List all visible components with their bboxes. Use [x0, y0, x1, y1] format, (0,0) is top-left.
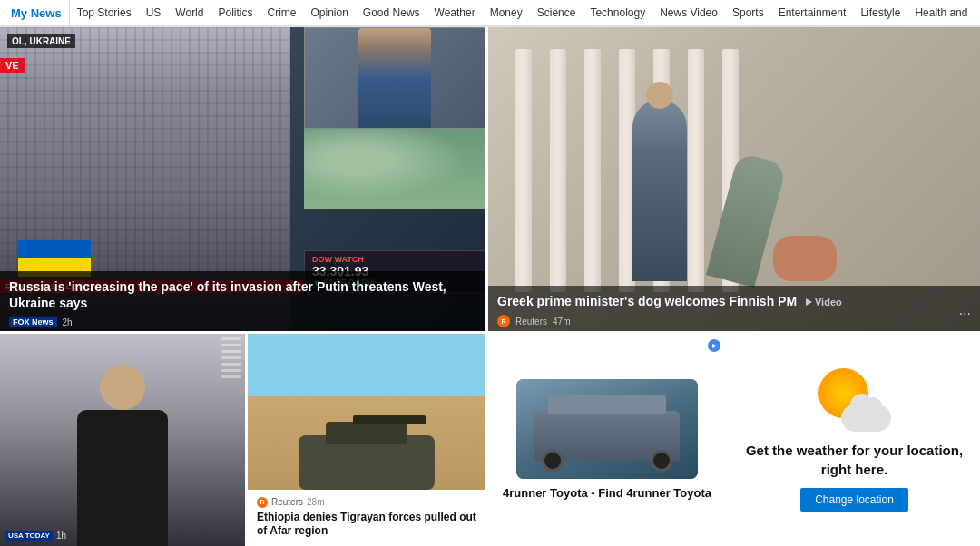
nav-item-lifestyle[interactable]: Lifestyle	[853, 0, 907, 25]
story1-time: 2h	[63, 317, 73, 327]
weather-text: Get the weather for your location, right…	[743, 441, 965, 479]
bar-1	[221, 337, 241, 340]
bar-4	[221, 356, 241, 359]
story1-title: Russia is 'increasing the pace' of its i…	[9, 278, 476, 311]
nav-item-technology[interactable]: Technology	[583, 0, 652, 25]
bar-5	[221, 363, 241, 366]
story-ethiopia[interactable]: R Reuters 28m Ethiopia denies Tigrayan f…	[245, 334, 485, 546]
bar-7	[221, 375, 241, 378]
bottom-row: USA TODAY 1h R Reuters 28m Ethiopia deni…	[0, 331, 980, 546]
story2-caption: Greek prime minister's dog welcomes Finn…	[488, 286, 980, 331]
story2-source: Reuters	[515, 317, 547, 327]
nav-item-sports[interactable]: Sports	[725, 0, 771, 25]
ad-badge: ▸	[708, 339, 720, 352]
map-box	[304, 129, 485, 209]
story1-caption: Russia is 'increasing the pace' of its i…	[0, 271, 485, 331]
bars-background	[218, 334, 245, 546]
bar-2	[221, 344, 241, 346]
nav-item-crime[interactable]: Crime	[260, 0, 303, 25]
tank-shape	[299, 435, 435, 490]
car-wheel-left	[542, 450, 564, 472]
weather-widget: Get the weather for your location, right…	[726, 334, 980, 546]
person-background	[0, 334, 245, 546]
nav-item-science[interactable]: Science	[530, 0, 583, 25]
story2-time: 47m	[553, 317, 570, 327]
person-body	[77, 410, 168, 546]
story-fox-news[interactable]: VE	[0, 27, 485, 331]
anchor-box	[304, 27, 485, 129]
anchor-figure	[358, 28, 431, 128]
play-icon	[806, 298, 812, 306]
nav-item-us[interactable]: US	[139, 0, 169, 25]
overlay-images	[304, 27, 485, 209]
video-badge[interactable]: Video	[806, 296, 842, 308]
car-wheel-right	[651, 450, 672, 472]
dow-label: DOW WATCH	[312, 255, 477, 264]
story2-title: Greek prime minister's dog welcomes Finn…	[497, 293, 971, 309]
nav-item-money[interactable]: Money	[483, 0, 530, 25]
more-button[interactable]: ···	[959, 306, 971, 322]
dog-shape	[773, 236, 837, 281]
foxnews-logo: FOX News	[9, 317, 57, 327]
story4-text: R Reuters 28m Ethiopia denies Tigrayan f…	[248, 490, 485, 546]
navbar: My News Top Stories US World Politics Cr…	[0, 0, 980, 27]
story4-meta: R Reuters 28m	[257, 497, 476, 508]
nav-item-newsvideo[interactable]: News Video	[652, 0, 725, 25]
usatoday-logo: USA TODAY	[5, 531, 53, 541]
nav-item-weather[interactable]: Weather	[427, 0, 483, 25]
story-usa-today[interactable]: USA TODAY 1h	[0, 334, 245, 546]
nav-item-world[interactable]: World	[168, 0, 211, 25]
nav-item-goodnews[interactable]: Good News	[356, 0, 427, 25]
story3-meta: USA TODAY 1h	[5, 531, 66, 541]
story2-title-text: Greek prime minister's dog welcomes Finn…	[497, 294, 797, 308]
story1-meta: FOX News 2h	[9, 317, 476, 327]
flag-blue	[18, 240, 91, 258]
person-1	[632, 100, 687, 281]
story4-title: Ethiopia denies Tigrayan forces pulled o…	[257, 511, 476, 539]
story2-meta: R Reuters 47m	[497, 315, 971, 327]
reuters-dot-logo: R	[257, 497, 268, 508]
live-badge: VE	[0, 58, 24, 73]
advertisement: ▸ 4runner Toyota - Find 4runner Toyota	[485, 334, 726, 546]
people-scene	[488, 45, 980, 281]
person-figure	[68, 365, 177, 546]
nav-item-opinion[interactable]: Opinion	[303, 0, 355, 25]
top-row: VE	[0, 27, 980, 331]
video-label: Video	[815, 296, 842, 308]
nav-item-healthand[interactable]: Health and	[907, 0, 975, 25]
reuters-logo: R	[497, 315, 510, 327]
ukraine-label: OL, UKRAINE	[7, 34, 75, 48]
map-inner	[304, 129, 485, 209]
bar-6	[221, 369, 241, 372]
bar-3	[221, 350, 241, 353]
weather-icon	[818, 368, 891, 432]
story4-source: Reuters	[271, 497, 303, 507]
nav-item-politics[interactable]: Politics	[211, 0, 260, 25]
nav-brand[interactable]: My News	[4, 0, 70, 25]
person-head	[100, 365, 145, 410]
ad-title[interactable]: 4runner Toyota - Find 4runner Toyota	[503, 486, 711, 500]
car-image	[516, 379, 698, 479]
cloud-icon	[841, 405, 891, 432]
main-content: VE	[0, 27, 980, 546]
story-reuters-greek[interactable]: Greek prime minister's dog welcomes Finn…	[485, 27, 980, 331]
weather-location-button[interactable]: Change location	[800, 488, 908, 512]
nav-item-topstories[interactable]: Top Stories	[70, 0, 139, 25]
story3-time: 1h	[56, 531, 66, 541]
story4-time: 28m	[307, 497, 324, 507]
tank-image	[248, 334, 485, 490]
nav-item-entertainment[interactable]: Entertainment	[771, 0, 854, 25]
